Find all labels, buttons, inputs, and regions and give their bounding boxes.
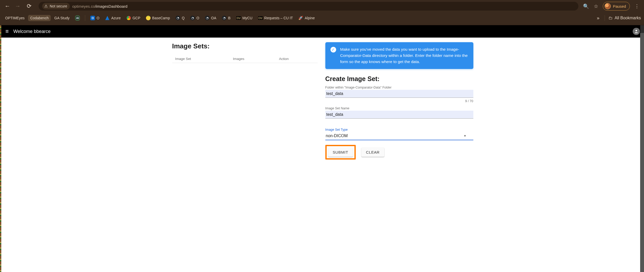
type-value: non-DICOM	[326, 134, 348, 138]
bookmark-item[interactable]: OO	[88, 15, 101, 21]
security-label: Not secure	[50, 4, 67, 8]
submit-highlight: SUBMIT	[325, 145, 356, 160]
warning-icon: ⚠	[44, 4, 48, 8]
image-sets-table: Image Set Images Action	[172, 55, 318, 63]
name-label: Image Set Name	[325, 107, 473, 110]
all-bookmarks-link[interactable]: All Bookmarks	[615, 16, 641, 20]
bookmark-label: GA Study	[54, 16, 69, 20]
folder-field: Folder within "Image-Comparator-Data" Fo…	[325, 86, 473, 98]
info-text: Make sure you've moved the data you want…	[340, 46, 468, 65]
favicon-icon	[126, 16, 131, 20]
bookmarks-overflow-icon[interactable]: »	[595, 15, 601, 21]
bookmark-item[interactable]: ◔B	[220, 15, 232, 21]
col-action: Action	[276, 55, 317, 63]
url-path: /imagesDashboard	[95, 4, 127, 8]
folder-input[interactable]	[325, 90, 473, 98]
nav-group: ← → ⟳	[3, 3, 36, 10]
url-host: optimeyes.co	[72, 4, 95, 8]
bookmark-label: OPTIMEyes	[5, 16, 24, 20]
zoom-icon[interactable]: 🔍	[583, 3, 589, 9]
favicon-icon: ◔	[176, 16, 180, 20]
bookmark-item[interactable]: ◔O	[188, 15, 201, 21]
bookmark-item[interactable]: 🚀Alpine	[297, 15, 317, 21]
profile-icon[interactable]	[633, 28, 640, 35]
bookmark-label: O	[196, 16, 199, 20]
divider	[605, 15, 605, 21]
app-shell: ≡ Welcome bbearce Image Sets: Image Set …	[1, 25, 644, 272]
scrollbar-thumb[interactable]	[640, 25, 644, 33]
create-heading: Create Image Set:	[325, 75, 473, 83]
bookmark-label: Q	[182, 16, 185, 20]
svg-point-0	[636, 30, 637, 31]
submit-button[interactable]: SUBMIT	[328, 148, 353, 157]
bookmark-item[interactable]: OPTIMEyes	[3, 15, 27, 21]
create-panel: ✓ Make sure you've moved the data you wa…	[325, 42, 473, 160]
page-inner: Image Sets: Image Set Images Action ✓	[172, 42, 473, 262]
security-chip[interactable]: ⚠ Not secure	[42, 3, 70, 10]
table-header-row: Image Set Images Action	[172, 55, 318, 63]
bookmark-item[interactable]: ◔Q	[173, 15, 187, 21]
menu-icon[interactable]: ≡	[5, 28, 9, 35]
browser-toolbar: ← → ⟳ ⚠ Not secure optimeyes.co/imagesDa…	[0, 0, 644, 12]
name-field: Image Set Name	[325, 107, 473, 119]
image-sets-panel: Image Sets: Image Set Images Action	[172, 42, 318, 63]
chevron-down-icon: ▼	[464, 134, 467, 138]
bookmarks-bar: OPTIMEyesCodabenchGA StudyAIOOAzureGCP⌒B…	[0, 12, 644, 24]
paused-label: Paused	[613, 4, 626, 8]
check-circle-icon: ✓	[330, 47, 336, 52]
back-icon[interactable]: ←	[5, 3, 10, 10]
bookmark-label: Codabench	[30, 16, 49, 20]
profile-paused-chip[interactable]: Paused	[603, 2, 630, 11]
name-input[interactable]	[325, 111, 473, 119]
avatar-icon	[605, 3, 611, 9]
favicon-icon: ◔	[190, 16, 195, 20]
bookmark-item[interactable]: AI	[73, 15, 82, 21]
star-icon[interactable]: ☆	[594, 3, 598, 9]
bookmark-label: OA	[211, 16, 216, 20]
bookmark-item[interactable]: ⌒BaseCamp	[144, 15, 172, 21]
folder-counter: 9 / 70	[325, 99, 473, 103]
app-topbar: ≡ Welcome bbearce	[1, 25, 644, 38]
bookmark-item[interactable]: Codabench	[28, 15, 51, 21]
favicon-icon	[105, 16, 110, 20]
col-image-set: Image Set	[172, 55, 230, 63]
page-body: Image Sets: Image Set Images Action ✓	[1, 38, 644, 272]
type-select[interactable]: non-DICOM ▼	[325, 132, 473, 140]
browser-menu-icon[interactable]: ⋮	[634, 3, 639, 9]
welcome-text: Welcome bbearce	[13, 29, 51, 34]
bookmark-label: Requests – CU IT	[264, 16, 293, 20]
bookmark-label: Alpine	[305, 16, 315, 20]
form-actions: SUBMIT CLEAR	[325, 145, 473, 160]
bookmark-item[interactable]: ◔OA	[203, 15, 218, 21]
col-images: Images	[230, 55, 276, 63]
bookmark-item[interactable]: CURequests – CU IT	[256, 15, 295, 21]
type-field: Image Set Type non-DICOM ▼	[325, 128, 473, 140]
clear-button[interactable]: CLEAR	[361, 148, 384, 157]
bookmark-label: O	[97, 16, 99, 20]
favicon-icon: 🚀	[299, 16, 303, 20]
favicon-icon: O	[90, 16, 95, 20]
bookmark-label: Azure	[111, 16, 121, 20]
bookmark-item[interactable]: Azure	[103, 15, 123, 21]
forward-icon: →	[15, 3, 21, 10]
favicon-icon: AI	[75, 16, 80, 20]
bookmark-item[interactable]: GA Study	[52, 15, 72, 21]
scrollbar-track[interactable]	[640, 25, 644, 272]
favicon-icon: ◔	[205, 16, 210, 20]
favicon-icon: CU	[236, 16, 241, 20]
info-banner: ✓ Make sure you've moved the data you wa…	[325, 42, 473, 69]
divider	[85, 15, 85, 21]
bookmark-label: BaseCamp	[152, 16, 170, 20]
browser-chrome: ← → ⟳ ⚠ Not secure optimeyes.co/imagesDa…	[0, 0, 644, 25]
omnibox[interactable]: ⚠ Not secure optimeyes.co/imagesDashboar…	[39, 2, 578, 11]
bookmark-label: B	[228, 16, 230, 20]
bookmark-label: MyCU	[242, 16, 253, 20]
reload-icon[interactable]: ⟳	[27, 3, 31, 10]
favicon-icon: ⌒	[146, 16, 151, 20]
image-sets-heading: Image Sets:	[172, 42, 318, 50]
folder-icon: 🗀	[608, 16, 613, 20]
bookmark-item[interactable]: CUMyCU	[234, 15, 255, 21]
folder-label: Folder within "Image-Comparator-Data" Fo…	[325, 86, 473, 89]
bookmark-item[interactable]: GCP	[124, 15, 142, 21]
url-text: optimeyes.co/imagesDashboard	[72, 4, 127, 8]
